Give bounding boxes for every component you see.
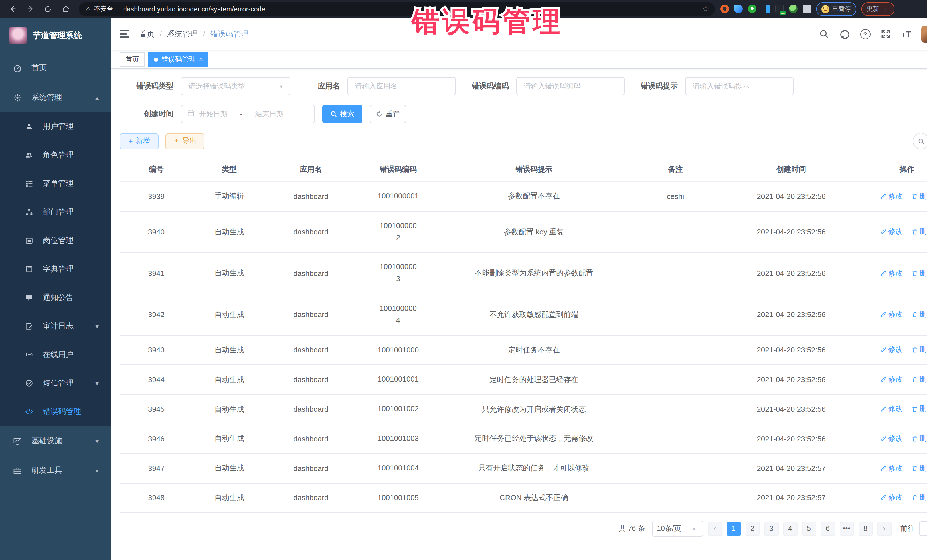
app-name-input[interactable] — [348, 82, 455, 90]
sidebar-item-announcements[interactable]: 通知公告 — [0, 284, 111, 312]
sidebar-item-dictionary[interactable]: 字典管理 — [0, 255, 111, 284]
page-content: 错误码类型 请选择错误码类型 ▼ 应用名 — [111, 69, 927, 560]
sidebar-item-devtools[interactable]: 研发工具 ▼ — [0, 456, 111, 485]
address-bar[interactable]: ⚠ 不安全 dashboard.yudao.iocoder.cn/system/… — [79, 2, 715, 16]
page-button[interactable]: 5 — [802, 522, 816, 536]
edit-link[interactable]: 修改 — [880, 227, 903, 237]
close-icon[interactable]: × — [199, 56, 203, 63]
delete-link[interactable]: 删除 — [912, 434, 927, 444]
sidebar-toggle-icon[interactable] — [120, 30, 129, 38]
extensions-puzzle-icon[interactable] — [802, 5, 811, 13]
extension-icon[interactable] — [734, 5, 743, 13]
extension-icons: on — [720, 5, 811, 13]
edit-link[interactable]: 修改 — [880, 191, 903, 201]
sidebar-item-posts[interactable]: 岗位管理 — [0, 226, 111, 255]
edit-link[interactable]: 修改 — [880, 404, 903, 414]
prev-page-button[interactable]: ‹ — [708, 522, 722, 536]
cell-id: 3944 — [120, 365, 193, 395]
error-type-select[interactable]: 请选择错误码类型 ▼ — [181, 77, 290, 95]
trash-icon — [912, 377, 918, 383]
sidebar-item-online-users[interactable]: 在线用户 — [0, 340, 111, 369]
cell-code: 1001001004 — [356, 454, 441, 483]
edit-link[interactable]: 修改 — [880, 345, 903, 355]
sidebar-logo-row[interactable]: 芋道管理系统 — [0, 18, 111, 53]
fullscreen-icon[interactable] — [880, 29, 891, 39]
delete-link[interactable]: 删除 — [912, 191, 927, 201]
reset-button[interactable]: 重置 — [370, 105, 406, 123]
cell-actions: 修改 删除 — [859, 395, 927, 424]
delete-link[interactable]: 删除 — [912, 310, 927, 320]
page-button[interactable]: 2 — [745, 522, 760, 536]
page-button[interactable]: 8 — [858, 522, 872, 536]
cell-time: 2021-04-20 23:52:56 — [723, 294, 859, 335]
delete-link[interactable]: 删除 — [912, 268, 927, 278]
breadcrumb-system[interactable]: 系统管理 — [167, 29, 198, 39]
goto-page-input[interactable] — [919, 522, 927, 536]
browser-menu-icon[interactable]: ⋮ — [883, 5, 889, 12]
edit-link[interactable]: 修改 — [880, 434, 903, 444]
more-pages-button[interactable]: ••• — [839, 522, 854, 536]
user-avatar[interactable] — [921, 25, 927, 42]
help-icon[interactable]: ? — [860, 29, 871, 39]
bookmark-star-icon[interactable]: ☆ — [702, 5, 709, 13]
page-button[interactable]: 3 — [764, 522, 778, 536]
edit-link[interactable]: 修改 — [880, 463, 903, 473]
sidebar-item-sms[interactable]: 短信管理 ▼ — [0, 369, 111, 398]
browser-forward-icon[interactable] — [25, 4, 35, 14]
delete-link[interactable]: 删除 — [912, 345, 927, 355]
tab-home[interactable]: 首页 — [120, 52, 145, 67]
font-size-icon[interactable]: ᴛT — [901, 29, 912, 39]
sidebar-item-audit-log[interactable]: 审计日志 ▼ — [0, 312, 111, 340]
sidebar-item-label: 岗位管理 — [43, 235, 74, 246]
edit-link[interactable]: 修改 — [880, 310, 903, 320]
extension-icon[interactable] — [789, 5, 798, 13]
browser-home-icon[interactable] — [61, 4, 71, 14]
edit-link[interactable]: 修改 — [880, 268, 903, 278]
profile-paused-pill[interactable]: 已暂停 — [816, 2, 856, 16]
col-app: 应用名 — [266, 157, 356, 182]
sidebar-item-menus[interactable]: 菜单管理 — [0, 169, 111, 198]
next-page-button[interactable]: › — [877, 522, 891, 536]
search-button[interactable]: 搜索 — [322, 105, 362, 123]
sidebar-item-departments[interactable]: 部门管理 — [0, 198, 111, 226]
github-icon[interactable] — [839, 29, 850, 39]
page-button[interactable]: 6 — [821, 522, 835, 536]
pencil-icon — [880, 495, 886, 501]
delete-link[interactable]: 删除 — [912, 375, 927, 385]
edit-link[interactable]: 修改 — [880, 493, 903, 503]
extension-icon[interactable]: on — [775, 5, 784, 13]
delete-link[interactable]: 删除 — [912, 493, 927, 503]
header-actions: ? ᴛT ▼ — [819, 25, 927, 42]
breadcrumb-home[interactable]: 首页 — [139, 29, 155, 39]
trash-icon — [912, 347, 918, 353]
extension-icon[interactable] — [761, 5, 770, 13]
page-button[interactable]: 1 — [726, 522, 741, 536]
col-time: 创建时间 — [723, 157, 859, 182]
show-search-button[interactable] — [913, 133, 927, 149]
error-code-input[interactable] — [517, 82, 624, 90]
create-time-range-picker[interactable]: 开始日期 - 结束日期 — [181, 105, 315, 123]
sidebar-item-system[interactable]: 系统管理 ▲ — [0, 83, 111, 112]
sidebar-item-roles[interactable]: 角色管理 — [0, 141, 111, 169]
browser-update-button[interactable]: 更新 ⋮ — [862, 2, 895, 16]
sidebar-item-home[interactable]: 首页 — [0, 53, 111, 83]
chevron-down-icon: ▼ — [94, 468, 100, 473]
sidebar-item-error-codes[interactable]: 错误码管理 — [0, 398, 111, 426]
sidebar-item-users[interactable]: 用户管理 — [0, 112, 111, 141]
add-button[interactable]: + 新增 — [120, 133, 159, 149]
delete-link[interactable]: 删除 — [912, 227, 927, 237]
sidebar-item-infrastructure[interactable]: 基础设施 ▼ — [0, 426, 111, 456]
error-msg-input[interactable] — [686, 82, 793, 90]
page-size-select[interactable]: 10条/页 ▼ — [652, 521, 703, 537]
browser-back-icon[interactable] — [8, 4, 18, 14]
browser-reload-icon[interactable] — [43, 4, 53, 14]
export-button[interactable]: 导出 — [166, 133, 204, 149]
page-button[interactable]: 4 — [783, 522, 797, 536]
delete-link[interactable]: 删除 — [912, 463, 927, 473]
search-icon[interactable] — [819, 29, 830, 39]
extension-icon[interactable] — [720, 5, 729, 13]
tab-error-codes[interactable]: 错误码管理 × — [148, 52, 208, 67]
extension-icon[interactable] — [748, 5, 757, 13]
edit-link[interactable]: 修改 — [880, 375, 903, 385]
delete-link[interactable]: 删除 — [912, 404, 927, 414]
